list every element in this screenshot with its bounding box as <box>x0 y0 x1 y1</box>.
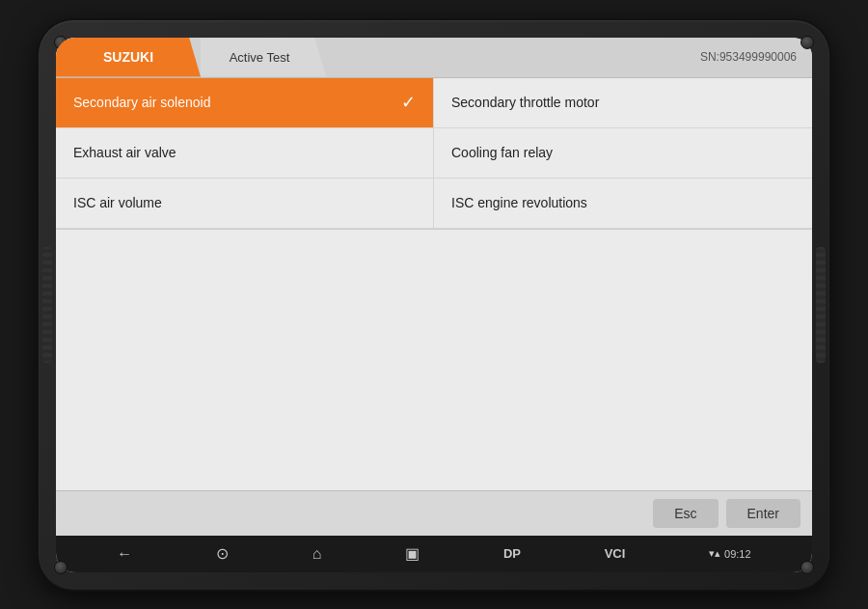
main-content: Secondary air solenoid ✓ Secondary throt… <box>56 78 812 536</box>
screw-bl <box>54 561 68 574</box>
enter-button[interactable]: Enter <box>726 499 800 528</box>
cell-label-secondary-air-solenoid: Secondary air solenoid <box>73 95 210 110</box>
grip-left <box>42 247 52 363</box>
test-grid: Secondary air solenoid ✓ Secondary throt… <box>56 78 812 230</box>
time-display: 09:12 <box>724 548 751 560</box>
cell-label-cooling-fan-relay: Cooling fan relay <box>451 145 553 160</box>
camera-icon[interactable]: ⊙ <box>216 544 229 563</box>
dp-label[interactable]: DP <box>503 546 521 561</box>
back-icon[interactable]: ← <box>117 545 132 563</box>
grid-cell-exhaust-air-valve[interactable]: Exhaust air valve <box>56 128 434 179</box>
checkmark-icon: ✓ <box>401 92 416 113</box>
button-bar: Esc Enter <box>56 490 812 536</box>
serial-number: SN:953499990006 <box>700 38 812 77</box>
esc-button[interactable]: Esc <box>653 499 718 528</box>
cell-label-isc-air-volume: ISC air volume <box>73 195 162 210</box>
screw-tr <box>800 36 814 49</box>
cell-label-isc-engine-revolutions: ISC engine revolutions <box>451 195 587 210</box>
grid-cell-secondary-throttle-motor[interactable]: Secondary throttle motor <box>434 78 812 128</box>
screw-br <box>800 561 814 574</box>
grid-cell-cooling-fan-relay[interactable]: Cooling fan relay <box>434 128 812 179</box>
tab-active-test[interactable]: Active Test <box>201 38 326 77</box>
grid-cell-isc-air-volume[interactable]: ISC air volume <box>56 179 434 229</box>
sn-text: SN:953499990006 <box>700 50 797 64</box>
wifi-icon: ▾▴ <box>709 547 720 560</box>
screen: SUZUKI Active Test SN:953499990006 Secon… <box>56 38 812 572</box>
tab-active-test-label: Active Test <box>230 50 290 65</box>
tab-suzuki-label: SUZUKI <box>103 49 153 65</box>
home-icon[interactable]: ⌂ <box>312 545 322 563</box>
cell-label-secondary-throttle-motor: Secondary throttle motor <box>451 95 599 110</box>
header-tabbar: SUZUKI Active Test SN:953499990006 <box>56 38 812 78</box>
grid-cell-isc-engine-revolutions[interactable]: ISC engine revolutions <box>434 179 812 229</box>
android-navbar: ← ⊙ ⌂ ▣ DP VCI ▾▴ 09:12 <box>56 536 812 572</box>
grip-right <box>816 247 826 363</box>
recent-apps-icon[interactable]: ▣ <box>405 544 420 563</box>
tab-suzuki[interactable]: SUZUKI <box>56 38 201 77</box>
tablet-device: SUZUKI Active Test SN:953499990006 Secon… <box>39 20 829 590</box>
grid-cell-secondary-air-solenoid[interactable]: Secondary air solenoid ✓ <box>56 78 434 128</box>
vci-label[interactable]: VCI <box>605 546 626 561</box>
status-area: ▾▴ 09:12 <box>709 547 751 560</box>
content-spacer <box>56 230 812 490</box>
cell-label-exhaust-air-valve: Exhaust air valve <box>73 145 176 160</box>
